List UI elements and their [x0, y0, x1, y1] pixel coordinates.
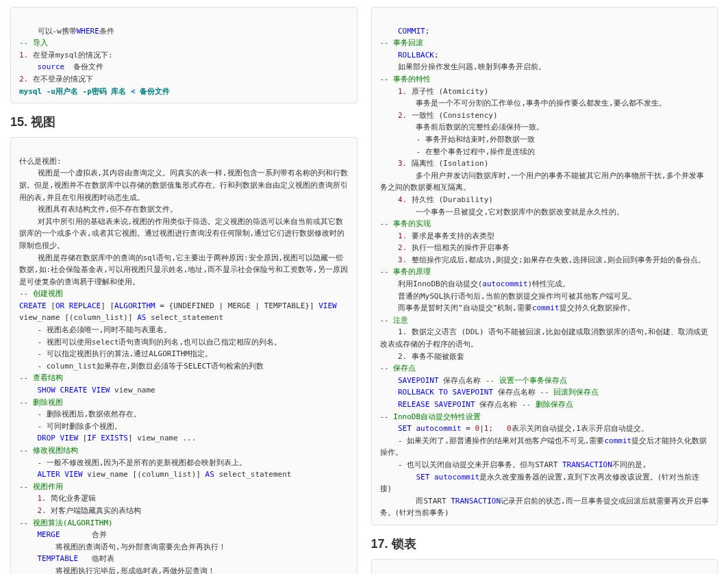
text: 2. 事务不能被嵌套	[380, 352, 464, 361]
kw: CREATE	[19, 301, 47, 310]
text: - 删除视图后,数据依然存在。	[19, 410, 141, 419]
code-block: 可以-w携带WHERE条件 -- 导入 1. 在登录mysql的情况下: sou…	[10, 7, 357, 103]
kw: MERGE	[38, 530, 60, 539]
comment: -- 事务回滚	[380, 38, 424, 47]
code-block: COMMIT; -- 事务回滚 ROLLBACK; 如果部分操作发生问题,映射到…	[371, 7, 718, 525]
comment: -- 注意	[380, 316, 409, 325]
kw: IF EXISTS	[87, 434, 128, 442]
text: 条件	[99, 27, 114, 36]
heading-lock: 17. 锁表	[371, 536, 718, 552]
text: 如果部分操作发生问题,映射到事务开启前。	[380, 62, 546, 71]
num: 2.	[19, 75, 28, 84]
kw: commit	[532, 303, 560, 312]
text: - 视图可以使用select语句查询到的列名,也可以自己指定相应的列名。	[19, 338, 281, 347]
kw: WHERE	[77, 27, 99, 36]
comment: -- 视图算法(ALGORITHM)	[19, 519, 113, 527]
kw: TRANSACTION	[451, 497, 501, 506]
num: 1.	[38, 494, 47, 503]
text: 1. 数据定义语言 (DDL) 语句不能被回滚,比如创建或取消数据库的语句,和创…	[380, 327, 709, 349]
text: - 一般不修改视图,因为不是所有的更新视图都会映射到表上。	[19, 458, 247, 467]
code-block: /* 锁表 */ 表锁定只用于防止其它客户端进行不正当地读取和写入 MyISAM…	[371, 559, 718, 574]
comment: -- 创建视图	[19, 289, 63, 298]
kw: ROLLBACK	[398, 51, 434, 60]
comment: -- 保存点	[380, 364, 416, 373]
kw: OR REPLACE	[55, 301, 101, 310]
code-block: 什么是视图: 视图是一个虚拟表,其内容由查询定义。同真实的表一样,视图包含一系列…	[10, 137, 357, 574]
text: - column_list如果存在,则数目必须等于SELECT语句检索的列数	[19, 362, 264, 371]
text: 什么是视图: 视图是一个虚拟表,其内容由查询定义。同真实的表一样,视图包含一系列…	[19, 157, 348, 286]
text: - 视图名必须唯一,同时不能与表重名。	[19, 325, 171, 334]
num: 1.	[398, 87, 407, 96]
kw: SHOW CREATE VIEW	[38, 386, 110, 395]
comment: -- 删除视图	[19, 398, 63, 407]
kw: ROLLBACK TO SAVEPOINT	[398, 388, 493, 397]
text: 可以-w携带	[19, 27, 77, 36]
comment: -- 视图作用	[19, 482, 63, 491]
kw: DROP VIEW	[38, 434, 79, 442]
kw: SET autocommit	[398, 424, 462, 433]
kw: AS	[137, 313, 146, 322]
kw: VIEW	[318, 301, 337, 310]
comment: -- 设置一个事务保存点	[486, 376, 567, 385]
text: 在不登录的情况下	[28, 75, 93, 84]
kw: ALGORITHM	[114, 301, 155, 310]
text	[19, 62, 38, 71]
kw: AS	[205, 470, 214, 479]
num: 3.	[398, 159, 407, 168]
comment: -- 事务的原理	[380, 267, 431, 276]
num: 0	[507, 424, 512, 433]
kw: TEMPTABLE	[38, 554, 79, 563]
kw: RELEASE SAVEPOINT	[398, 400, 475, 409]
num: 2.	[398, 111, 407, 120]
num: 1.	[19, 51, 28, 60]
cmd: mysql -u用户名 -p密码 库名 < 备份文件	[19, 87, 170, 96]
num: 4.	[398, 195, 407, 204]
comment: -- 导入	[19, 38, 48, 47]
text: 在登录mysql的情况下:	[28, 51, 112, 60]
kw: COMMIT	[398, 27, 425, 36]
comment: -- 事务的实现	[380, 219, 431, 228]
comment: -- 查看结构	[19, 373, 63, 382]
kw: SAVEPOINT	[398, 376, 439, 385]
comment: -- InnoDB自动提交特性设置	[380, 412, 481, 421]
kw: commit	[605, 436, 632, 445]
num: 0	[475, 424, 480, 433]
kw: TRANSACTION	[562, 460, 612, 469]
heading-views: 15. 视图	[10, 114, 357, 130]
text: - 可同时删除多个视图。	[19, 422, 122, 431]
comment: -- 删除保存点	[522, 400, 573, 409]
text: 备份文件	[64, 62, 103, 71]
kw: autocommit	[482, 279, 527, 288]
num: 1.	[398, 232, 407, 240]
num: 1	[484, 424, 489, 433]
kw: ALTER VIEW	[38, 470, 83, 479]
kw: SET autocommit	[416, 473, 479, 482]
num: 2.	[398, 243, 407, 252]
num: 2.	[38, 506, 47, 515]
num: 3.	[398, 255, 407, 264]
comment: -- 修改视图结构	[19, 446, 78, 455]
kw: source	[38, 62, 65, 71]
comment: -- 事务的特性	[380, 75, 431, 84]
comment: -- 回滚到保存点	[540, 388, 599, 397]
text: - 可以指定视图执行的算法,通过ALGORITHM指定。	[19, 349, 212, 358]
